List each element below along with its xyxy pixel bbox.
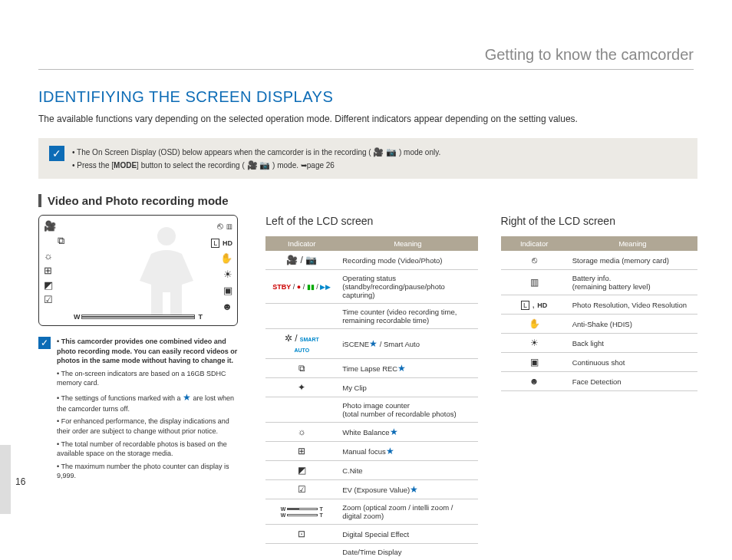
- camera-icon: 📷: [386, 147, 397, 156]
- ev-icon: ☑: [44, 294, 64, 305]
- table-row: ✦My Clip: [265, 378, 477, 397]
- zoom-t: T: [199, 313, 203, 321]
- zoom-w: W: [74, 313, 81, 321]
- table-row: ⊞Manual focus★: [265, 442, 477, 461]
- meaning-cell: C.Nite: [338, 461, 477, 480]
- meaning-cell: iSCENE★ / Smart Auto: [338, 329, 477, 359]
- table-row: ☼White Balance★: [265, 423, 477, 442]
- note-list: The On Screen Display (OSD) below appear…: [72, 146, 440, 171]
- indicator-cell: ☀: [501, 334, 568, 353]
- table-row: ▣Continuous shot: [501, 353, 697, 372]
- sun-icon: ☼: [44, 250, 64, 262]
- indicator-cell: ▣: [501, 353, 568, 372]
- continuous-icon: ▣: [223, 285, 232, 296]
- meaning-cell: Anti-Shake (HDIS): [568, 315, 697, 334]
- meaning-cell: Photo image counter (total number of rec…: [338, 397, 477, 423]
- left-indicator-table: IndicatorMeaning 🎥 / 📷Recording mode (Vi…: [265, 236, 477, 560]
- backlight-icon: ☀: [223, 268, 232, 280]
- table-row: Date/Time Display: [265, 544, 477, 561]
- focus-icon: ⊞: [44, 265, 64, 276]
- table-row: ☑EV (Exposure Value)★: [265, 480, 477, 499]
- table-row: ⧉Time Lapse REC★: [265, 359, 477, 378]
- indicator-cell: ☼: [265, 423, 338, 442]
- meaning-cell: Date/Time Display: [338, 544, 477, 561]
- meaning-cell: Operating status (standby/recording/paus…: [338, 270, 477, 304]
- table-row: ✲ / SMARTAUTOiSCENE★ / Smart Auto: [265, 329, 477, 359]
- resolution-row: L HD: [211, 236, 232, 248]
- meaning-cell: Storage media (memory card): [568, 251, 697, 270]
- lcd-right-icons: ⎋ ▥ L HD ✋ ☀ ▣ ☻: [211, 220, 232, 312]
- face-icon: ☻: [222, 301, 232, 312]
- note-item: The On Screen Display (OSD) below appear…: [72, 146, 440, 159]
- table-row: ☻Face Detection: [501, 372, 697, 391]
- small-note-item: The on-screen indicators are based on a …: [57, 369, 242, 388]
- cnite-icon: ◩: [44, 279, 64, 291]
- note-check-icon: ✓: [49, 146, 64, 161]
- indicator-cell: [265, 544, 338, 561]
- meaning-cell: Zoom (optical zoom / intelli zoom / digi…: [338, 499, 477, 525]
- video-icon: 🎥: [44, 220, 64, 232]
- table-row: ◩C.Nite: [265, 461, 477, 480]
- right-lcd-title: Right of the LCD screen: [501, 215, 697, 227]
- page-title: IDENTIFIYING THE SCREEN DISPLAYS: [38, 88, 697, 106]
- lcd-left-icons: 🎥 ⧉ ☼ ⊞ ◩ ☑: [44, 220, 64, 305]
- meaning-cell: My Clip: [338, 378, 477, 397]
- header-rule: [38, 69, 694, 70]
- indicator-cell: 🎥 / 📷: [265, 251, 338, 270]
- small-note-item: The total number of recordable photos is…: [57, 440, 242, 459]
- meaning-cell: Digital Special Effect: [338, 525, 477, 544]
- right-indicator-table: IndicatorMeaning ⎋Storage media (memory …: [501, 236, 697, 391]
- indicator-cell: ✲ / SMARTAUTO: [265, 329, 338, 359]
- meaning-cell: Photo Resolution, Video Resolution: [568, 295, 697, 315]
- video-icon: 🎥: [247, 160, 258, 170]
- th-meaning: Meaning: [568, 236, 697, 251]
- note-check-icon: ✓: [38, 337, 51, 349]
- indicator-cell: WTWT: [265, 499, 338, 525]
- table-row: Photo image counter (total number of rec…: [265, 397, 477, 423]
- meaning-cell: Continuous shot: [568, 353, 697, 372]
- indicator-cell: ✋: [501, 315, 568, 334]
- indicator-cell: ⧉: [265, 359, 338, 378]
- intro-text: The available functions vary depending o…: [38, 114, 697, 124]
- left-lcd-title: Left of the LCD screen: [265, 215, 477, 227]
- indicator-cell: [265, 397, 338, 423]
- meaning-cell: Time Lapse REC★: [338, 359, 477, 378]
- small-note-item: For enhanced performance, the display in…: [57, 417, 242, 436]
- meaning-cell: EV (Exposure Value)★: [338, 480, 477, 499]
- indicator-cell: STBY / ● / ▮▮ / ▶▶: [265, 270, 338, 304]
- meaning-cell: Back light: [568, 334, 697, 353]
- meaning-cell: Manual focus★: [338, 442, 477, 461]
- running-header: Getting to know the camcorder: [485, 46, 694, 64]
- indicator-cell: ☻: [501, 372, 568, 391]
- meaning-cell: Battery info. (remaining battery level): [568, 270, 697, 295]
- indicator-cell: ⊡: [265, 525, 338, 544]
- video-icon: 🎥: [373, 147, 384, 156]
- meaning-cell: White Balance★: [338, 423, 477, 442]
- small-note: ✓ This camcorder provides one combined v…: [38, 337, 242, 484]
- indicator-cell: ◩: [265, 461, 338, 480]
- small-note-item: The maximum number the photo counter can…: [57, 462, 242, 481]
- table-row: ▥Battery info. (remaining battery level): [501, 270, 697, 295]
- camera-icon: 📷: [259, 160, 270, 170]
- table-row: ⊡Digital Special Effect: [265, 525, 477, 544]
- section-title: Video and Photo recording mode: [38, 194, 697, 207]
- meaning-cell: Face Detection: [568, 372, 697, 391]
- table-row: WTWT Zoom (optical zoom / intelli zoom /…: [265, 499, 477, 525]
- indicator-cell: ▥: [501, 270, 568, 295]
- table-row: ⎋Storage media (memory card): [501, 251, 697, 270]
- star-icon: ★: [183, 392, 191, 403]
- th-indicator: Indicator: [501, 236, 568, 251]
- indicator-cell: ⊞: [265, 442, 338, 461]
- indicator-cell: L , HD: [501, 295, 568, 315]
- timelapse-icon: ⧉: [58, 235, 64, 247]
- page-number: 16: [15, 476, 25, 487]
- small-note-item: The settings of functions marked with a …: [57, 391, 242, 413]
- meaning-cell: Time counter (video recording time, rema…: [338, 304, 477, 329]
- page-edge-bar: [0, 445, 11, 514]
- small-note-item: This camcorder provides one combined vid…: [57, 337, 242, 366]
- table-row: Time counter (video recording time, rema…: [265, 304, 477, 329]
- meaning-cell: Recording mode (Video/Photo): [338, 251, 477, 270]
- indicator-cell: ☑: [265, 480, 338, 499]
- indicator-cell: [265, 304, 338, 329]
- note-item: Press the [MODE] button to select the re…: [72, 159, 440, 172]
